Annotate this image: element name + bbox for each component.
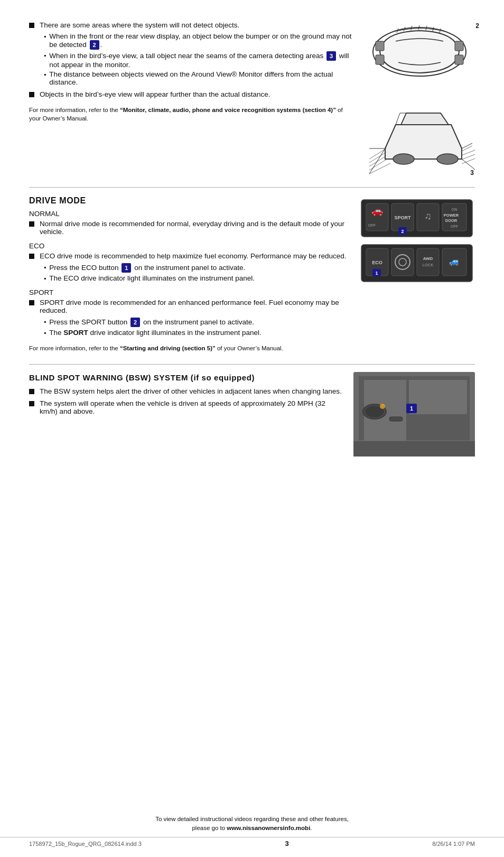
bullet-normal [29,221,34,227]
svg-text:🚙: 🚙 [449,256,460,266]
top-bullet-2-text: Objects in the bird’s-eye view will appe… [40,90,270,98]
svg-text:2: 2 [401,229,404,234]
drive-panel-svg: 🚗 OFF SPORT 2 ♫ ON POWER DOOR OFF [359,197,475,290]
badge-sport-2: 2 [130,318,140,327]
bullet-square-2 [29,92,34,97]
hatch-ground-right [462,146,475,164]
divider-1 [29,187,475,188]
svg-rect-50 [417,248,439,276]
svg-text:SPORT: SPORT [394,215,411,220]
diagram2-badge-label: 3 [470,169,474,176]
top-sub-1c: The distance between objects viewed on t… [44,70,356,86]
sport-sub-1: Press the SPORT button 2 on the instrume… [44,318,349,327]
bottom-url-link: www.nissanownersinfo.mobi [227,825,310,831]
svg-text:OFF: OFF [368,223,376,227]
diagram1-badge-label: 2 [475,22,479,30]
eco-bullets: ECO drive mode is recommended to help ma… [29,252,349,260]
bsw-bullets: The BSW system helps alert the driver of… [29,387,344,415]
svg-text:♫: ♫ [424,211,432,221]
top-bullet-1: There are some areas where the system wi… [29,21,356,29]
car-top-svg [364,21,475,85]
top-img-col: 2 [364,21,475,178]
car-diagram-1: 2 [364,21,475,85]
eco-bullet-text: ECO drive mode is recommended to help ma… [40,252,347,260]
sport-bullets: SPORT drive mode is recommended for an e… [29,299,349,314]
normal-bullets: Normal drive mode is recommended for nor… [29,220,349,236]
bsw-section: BLIND SPOT WARNING (BSW) SYSTEM (if so e… [29,372,475,457]
bsw-svg: 1 [353,372,475,457]
sport-sub-list: Press the SPORT button 2 on the instrume… [29,318,349,337]
svg-line-20 [462,150,475,155]
top-sub-1a-text: When in the front or the rear view displ… [49,32,356,50]
svg-rect-8 [376,41,384,51]
eco-bullet-1: ECO drive mode is recommended to help ma… [29,252,349,260]
bsw-title: BLIND SPOT WARNING (BSW) SYSTEM (if so e… [29,373,344,382]
drive-footer-bold: “Starting and driving (section 5)” [120,345,216,351]
top-section: There are some areas where the system wi… [29,21,475,178]
svg-rect-10 [376,55,384,64]
svg-point-12 [393,154,414,164]
eco-sub-1-text: Press the ECO button 1 on the instrument… [49,263,245,273]
svg-rect-11 [455,55,463,64]
top-bullet-list: There are some areas where the system wi… [29,21,356,29]
bottom-bar: 1758972_15b_Rogue_QRG_082614.indd 3 3 8/… [0,837,504,847]
eco-sub-list: Press the ECO button 1 on the instrument… [29,263,349,282]
page-bottom: To view detailed instructional videos re… [0,815,504,848]
svg-text:🚗: 🚗 [371,205,384,217]
bsw-bullet-2: The system will operate when the vehicle… [29,399,344,415]
normal-label: NORMAL [29,210,349,218]
bullet-square-1 [29,23,34,28]
svg-text:1: 1 [410,405,413,412]
svg-point-59 [380,404,385,409]
bsw-img-col: 1 [353,372,475,457]
sport-sub-1-text: Press the SPORT button 2 on the instrume… [49,318,254,327]
badge-2-top: 2 [90,40,99,50]
top-sub-1b-text: When in the bird’s-eye view, a tall obje… [49,51,356,69]
top-sub-list: When in the front or the rear view displ… [29,32,356,86]
eco-sub-1: Press the ECO button 1 on the instrument… [44,263,349,273]
normal-bullet-1: Normal drive mode is recommended for nor… [29,220,349,236]
badge-3-top: 3 [326,51,336,61]
svg-line-25 [462,143,472,148]
svg-text:AWD: AWD [423,256,433,261]
bsw-bullet-2-text: The system will operate when the vehicle… [40,399,344,415]
eco-sub-2: The ECO drive indicator light illuminate… [44,274,349,282]
bullet-sport [29,300,34,305]
svg-text:LOCK: LOCK [423,263,433,267]
svg-point-13 [437,154,458,164]
page-number: 3 [285,840,288,847]
bsw-text-col: BLIND SPOT WARNING (BSW) SYSTEM (if so e… [29,372,353,418]
top-footer-note: For more information, refer to the “Moni… [29,106,356,123]
svg-text:ON: ON [452,208,458,211]
top-bullet-1-text: There are some areas where the system wi… [40,21,239,29]
top-text-col: There are some areas where the system wi… [29,21,364,125]
sport-bullet-text: SPORT drive mode is recommended for an e… [40,299,349,314]
drive-mode-title: DRIVE MODE [29,196,349,206]
bottom-line1: To view detailed instructional videos re… [155,815,349,824]
svg-line-26 [462,159,475,170]
car-persp-svg [364,104,475,178]
top-sub-1b: When in the bird’s-eye view, a tall obje… [44,51,356,69]
normal-bullet-text: Normal drive mode is recommended for nor… [40,220,349,236]
drive-mode-section: DRIVE MODE NORMAL Normal drive mode is r… [29,195,475,355]
sport-bold: SPORT [63,329,88,337]
svg-line-19 [462,146,472,151]
bsw-diagram: 1 [353,372,475,457]
divider-2 [29,364,475,365]
svg-text:OFF: OFF [451,225,458,228]
drive-footer-note: For more information, refer to the “Star… [29,344,349,352]
bullet-bsw-2 [29,401,34,406]
drive-mode-img-col: 🚗 OFF SPORT 2 ♫ ON POWER DOOR OFF [359,195,475,290]
svg-rect-9 [455,41,463,51]
svg-text:POWER: POWER [444,213,459,218]
svg-text:1: 1 [375,271,378,276]
bottom-line2: please go to www.nissanownersinfo.mobi. [155,824,349,833]
svg-rect-63 [353,441,475,457]
svg-text:DOOR: DOOR [445,218,458,223]
sport-sub-2-text: The SPORT drive indicator light illumina… [49,329,261,337]
top-sub-1a: When in the front or the rear view displ… [44,32,356,50]
top-bullet-list-2: Objects in the bird’s-eye view will appe… [29,90,356,98]
svg-line-22 [462,159,475,164]
eco-sub-2-text: The ECO drive indicator light illuminate… [49,274,255,282]
sport-bullet-1: SPORT drive mode is recommended for an e… [29,299,349,314]
